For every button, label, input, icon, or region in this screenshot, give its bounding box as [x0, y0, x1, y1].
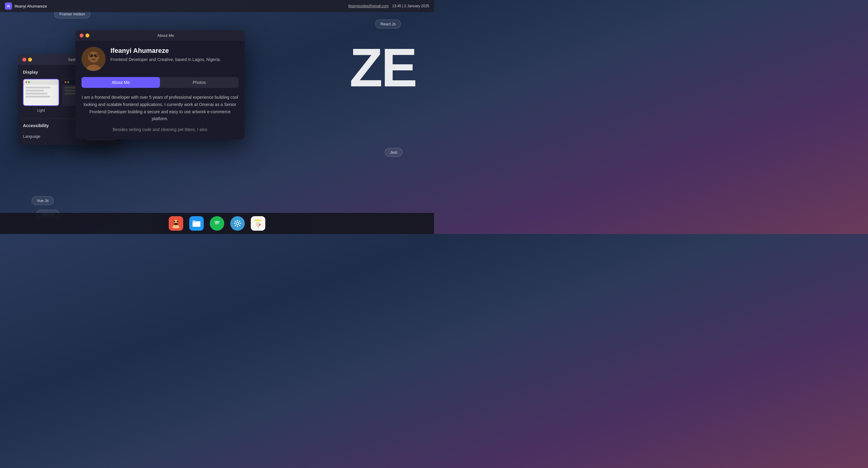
- svg-rect-31: [256, 224, 260, 224]
- dock-item-notes[interactable]: [251, 216, 265, 231]
- svg-rect-26: [234, 223, 236, 224]
- profile-name: Ifeanyi Ahumareze: [111, 47, 221, 55]
- svg-rect-20: [237, 220, 238, 221]
- preview-dot-red2: [65, 81, 66, 83]
- profile-avatar: [82, 47, 105, 71]
- svg-rect-30: [256, 223, 260, 223]
- top-bar-left: IA Ifeanyi Ahumareze: [5, 2, 47, 10]
- about-body: Ifeanyi Ahumareze Frontend Developer and…: [75, 41, 245, 140]
- user-email[interactable]: ifeanyicodes@gmail.com: [348, 4, 389, 8]
- about-window-title: About Me: [91, 33, 240, 38]
- user-name: Ifeanyi Ahumareze: [14, 4, 47, 8]
- about-minimize-button[interactable]: [85, 33, 89, 37]
- pill-reactjs[interactable]: React Js: [375, 20, 401, 28]
- about-titlebar: About Me: [75, 30, 245, 41]
- profile-info: Ifeanyi Ahumareze Frontend Developer and…: [111, 47, 221, 63]
- svg-rect-29: [254, 220, 262, 221]
- traffic-minimize-button[interactable]: [28, 58, 32, 62]
- dock: [0, 213, 434, 234]
- language-label: Language: [23, 134, 40, 139]
- svg-point-16: [213, 219, 221, 228]
- preview-line: [25, 90, 44, 91]
- pill-vuejs[interactable]: Vue Js: [32, 196, 54, 205]
- svg-point-1: [88, 52, 99, 62]
- preview-dot-green: [28, 81, 30, 83]
- preview-line: [25, 96, 51, 97]
- preview-dot-red: [25, 81, 27, 83]
- svg-rect-32: [256, 225, 259, 226]
- dock-item-settings[interactable]: [230, 216, 245, 231]
- svg-point-10: [174, 223, 178, 225]
- dock-item-avatar[interactable]: [169, 216, 183, 231]
- svg-point-19: [237, 223, 239, 224]
- display-option-light[interactable]: Light: [23, 79, 59, 113]
- pill-jest[interactable]: Jest: [385, 148, 402, 157]
- dock-item-spotify[interactable]: [210, 216, 224, 231]
- preview-line: [25, 93, 48, 94]
- svg-rect-15: [192, 221, 195, 222]
- bg-large-text: ZE: [349, 36, 416, 99]
- svg-rect-22: [240, 223, 241, 224]
- about-close-button[interactable]: [80, 33, 84, 37]
- tab-about[interactable]: About Me: [82, 77, 160, 88]
- svg-rect-24: [237, 226, 238, 227]
- preview-line: [25, 87, 51, 88]
- top-bar: IA Ifeanyi Ahumareze ifeanyicodes@gmail.…: [0, 0, 434, 12]
- profile-row: Ifeanyi Ahumareze Frontend Developer and…: [82, 47, 239, 71]
- about-text: I am a frontend developer with over 5 ye…: [82, 94, 239, 123]
- svg-point-11: [174, 221, 175, 223]
- profile-desc: Frontend Developer and Creative, based i…: [111, 56, 221, 63]
- top-bar-right: ifeanyicodes@gmail.com 13:45 | 2 January…: [348, 4, 429, 8]
- light-preview: [23, 79, 59, 106]
- dock-item-files[interactable]: [189, 216, 204, 231]
- light-label: Light: [37, 108, 45, 113]
- user-avatar-initials: IA: [5, 2, 12, 10]
- tab-row: About Me Photos: [82, 77, 239, 88]
- preview-titlebar-light: [24, 80, 59, 85]
- about-text-partial: Besides writing code and cleaning pet li…: [82, 126, 239, 134]
- preview-dot-green2: [67, 81, 69, 83]
- datetime: 13:45 | 2 January 2025: [392, 4, 429, 8]
- traffic-close-button[interactable]: [22, 58, 26, 62]
- svg-point-12: [177, 221, 178, 223]
- about-window: About Me Ifeanyi Ahumar: [75, 30, 245, 140]
- preview-content-light: [24, 85, 59, 100]
- tab-photos[interactable]: Photos: [160, 77, 239, 88]
